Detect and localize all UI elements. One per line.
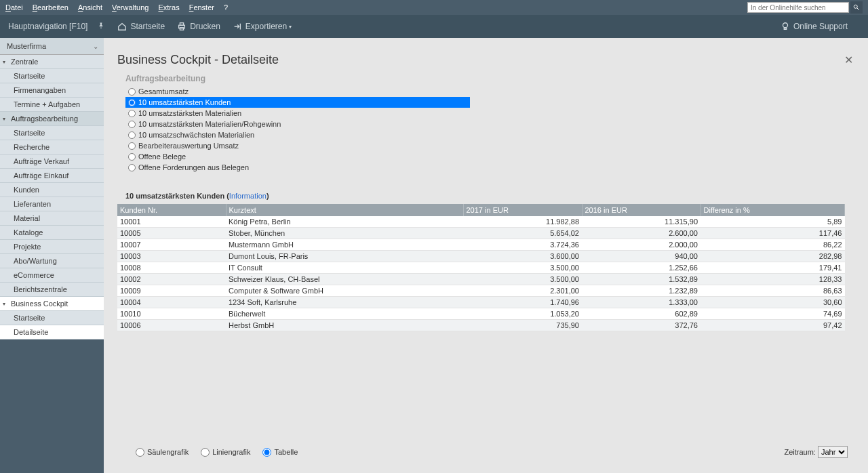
footer-controls: SäulengrafikLiniengrafikTabelle Zeitraum… bbox=[136, 446, 848, 458]
main-navigation-label: Hauptnavigation [F10] bbox=[8, 22, 87, 31]
table-row[interactable]: 10007Mustermann GmbH3.724,362.000,0086,2… bbox=[117, 239, 845, 251]
table-row[interactable]: 100041234 Soft, Karlsruhe1.740,961.333,0… bbox=[117, 297, 845, 308]
report-selector: Gesamtumsatz10 umsatzstärksten Kunden10 … bbox=[125, 86, 470, 173]
nav-startseite[interactable]: Startseite bbox=[0, 311, 104, 325]
nav-abo-wartung[interactable]: Abo/Wartung bbox=[0, 254, 104, 268]
table-row[interactable]: 10001König Petra, Berlin11.982,8811.315,… bbox=[117, 216, 845, 228]
report-option-3[interactable]: 10 umsatzstärksten Materialien/Rohgewinn bbox=[125, 119, 470, 129]
firm-selector[interactable]: Musterfirma ⌄ bbox=[0, 38, 104, 55]
nav-kunden[interactable]: Kunden bbox=[0, 183, 104, 197]
svg-line-1 bbox=[857, 8, 859, 10]
nav-startseite[interactable]: Startseite bbox=[0, 69, 104, 83]
pin-icon[interactable] bbox=[97, 22, 105, 32]
report-option-4[interactable]: 10 umsatzschwächsten Materialien bbox=[125, 129, 470, 140]
report-option-5[interactable]: Bearbeiterauswertung Umsatz bbox=[125, 140, 470, 151]
view-tabelle[interactable]: Tabelle bbox=[262, 448, 298, 457]
main-content: Business Cockpit - Detailseite ✕ Auftrag… bbox=[104, 38, 868, 473]
page-title: Business Cockpit - Detailseite bbox=[117, 53, 842, 67]
nav-auftr-ge-verkauf[interactable]: Aufträge Verkauf bbox=[0, 155, 104, 169]
col-4[interactable]: Differenz in % bbox=[701, 204, 845, 216]
nav-projekte[interactable]: Projekte bbox=[0, 240, 104, 254]
menu-verwaltung[interactable]: Verwaltung bbox=[112, 3, 149, 12]
nav-kataloge[interactable]: Kataloge bbox=[0, 226, 104, 240]
svg-point-0 bbox=[854, 5, 857, 8]
help-search-button[interactable] bbox=[850, 1, 863, 14]
view-säulengrafik[interactable]: Säulengrafik bbox=[136, 448, 189, 457]
nav-detailseite[interactable]: Detailseite bbox=[0, 325, 104, 340]
nav-auftragsbearbeitung[interactable]: Auftragsbearbeitung bbox=[0, 112, 104, 126]
table-row[interactable]: 10006Herbst GmbH735,90372,7697,42 bbox=[117, 320, 845, 331]
svg-rect-5 bbox=[180, 28, 184, 30]
sidebar: Musterfirma ⌄ ZentraleStartseiteFirmenan… bbox=[0, 38, 104, 473]
nav-material[interactable]: Material bbox=[0, 211, 104, 226]
nav-lieferanten[interactable]: Lieferanten bbox=[0, 197, 104, 211]
chevron-down-icon: ▾ bbox=[289, 24, 292, 30]
chevron-down-icon: ⌄ bbox=[93, 43, 98, 50]
menu-extras[interactable]: Extras bbox=[158, 3, 179, 12]
nav-business-cockpit[interactable]: Business Cockpit bbox=[0, 297, 104, 311]
nav-zentrale[interactable]: Zentrale bbox=[0, 55, 104, 69]
information-link[interactable]: Information bbox=[229, 192, 267, 200]
print-icon bbox=[177, 22, 186, 31]
table-row[interactable]: 10008IT Consult3.500,001.252,66179,41 bbox=[117, 262, 845, 274]
close-button[interactable]: ✕ bbox=[842, 54, 856, 66]
export-label: Exportieren bbox=[245, 22, 287, 31]
table-row[interactable]: 10002Schweizer Klaus, CH-Basel3.500,001.… bbox=[117, 274, 845, 285]
firm-name: Musterfirma bbox=[7, 42, 46, 50]
online-support-label: Online Support bbox=[793, 22, 848, 31]
col-3[interactable]: 2016 in EUR bbox=[582, 204, 701, 216]
nav-ecommerce[interactable]: eCommerce bbox=[0, 268, 104, 283]
menu-datei[interactable]: Datei bbox=[5, 3, 23, 12]
nav-startseite[interactable]: Startseite bbox=[0, 126, 104, 140]
print-button[interactable]: Drucken bbox=[177, 22, 220, 31]
home-icon bbox=[117, 22, 127, 31]
section-title: Auftragsbearbeitung bbox=[125, 74, 856, 83]
nav-berichtszentrale[interactable]: Berichtszentrale bbox=[0, 283, 104, 297]
period-select[interactable]: Jahr bbox=[818, 446, 848, 458]
toolbar: Hauptnavigation [F10] Startseite Drucken… bbox=[0, 15, 868, 38]
report-option-2[interactable]: 10 umsatzstärksten Materialien bbox=[125, 108, 470, 119]
nav-termine-aufgaben[interactable]: Termine + Aufgaben bbox=[0, 98, 104, 112]
lightbulb-icon bbox=[781, 22, 790, 31]
report-option-1[interactable]: 10 umsatzstärksten Kunden bbox=[125, 97, 470, 108]
report-option-6[interactable]: Offene Belege bbox=[125, 151, 470, 162]
svg-point-6 bbox=[783, 23, 787, 28]
period-label: Zeitraum: bbox=[784, 448, 815, 456]
nav-auftr-ge-einkauf[interactable]: Aufträge Einkauf bbox=[0, 169, 104, 183]
menubar: DateiBearbeitenAnsichtVerwaltungExtrasFe… bbox=[0, 0, 868, 15]
table-caption: 10 umsatzstärksten Kunden (Information) bbox=[125, 192, 856, 200]
online-support-button[interactable]: Online Support bbox=[781, 22, 848, 31]
table-row[interactable]: 10005Stober, München5.654,022.600,00117,… bbox=[117, 228, 845, 239]
menu-bearbeiten[interactable]: Bearbeiten bbox=[33, 3, 68, 12]
report-option-0[interactable]: Gesamtumsatz bbox=[125, 86, 470, 97]
report-option-7[interactable]: Offene Forderungen aus Belegen bbox=[125, 162, 470, 173]
export-icon bbox=[233, 22, 242, 31]
table-row[interactable]: 10003Dumont Louis, FR-Paris3.600,00940,0… bbox=[117, 251, 845, 262]
col-0[interactable]: Kunden Nr. bbox=[117, 204, 226, 216]
table-row[interactable]: 10010Bücherwelt1.053,20602,8974,69 bbox=[117, 308, 845, 320]
nav-recherche[interactable]: Recherche bbox=[0, 140, 104, 155]
col-2[interactable]: 2017 in EUR bbox=[463, 204, 582, 216]
print-label: Drucken bbox=[190, 22, 220, 31]
menu-?[interactable]: ? bbox=[224, 3, 228, 12]
home-button[interactable]: Startseite bbox=[117, 22, 165, 31]
view-liniengrafik[interactable]: Liniengrafik bbox=[201, 448, 250, 457]
help-search-input[interactable] bbox=[747, 2, 849, 13]
svg-rect-4 bbox=[180, 23, 184, 26]
export-button[interactable]: Exportieren ▾ bbox=[233, 22, 292, 31]
nav-firmenangaben[interactable]: Firmenangaben bbox=[0, 83, 104, 98]
menu-fenster[interactable]: Fenster bbox=[189, 3, 214, 12]
home-label: Startseite bbox=[130, 22, 165, 31]
col-1[interactable]: Kurztext bbox=[226, 204, 463, 216]
table-row[interactable]: 10009Computer & Software GmbH2.301,001.2… bbox=[117, 285, 845, 297]
customers-table: Kunden Nr.Kurztext2017 in EUR2016 in EUR… bbox=[117, 204, 845, 331]
menu-ansicht[interactable]: Ansicht bbox=[78, 3, 102, 12]
